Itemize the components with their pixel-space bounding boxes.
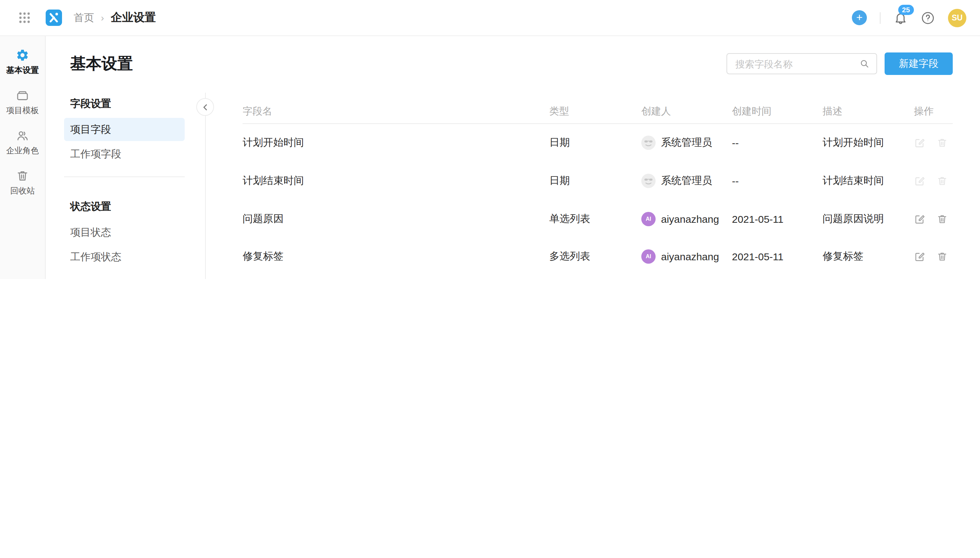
cell-created-date: --: [732, 137, 822, 149]
table-header: 字段名类型创建人创建时间描述操作: [243, 100, 953, 124]
cell-field-name: 修复标签: [243, 250, 549, 263]
sidebar-section: 状态设置项目状态工作项状态: [70, 200, 205, 268]
sidebar-item-项目状态[interactable]: 项目状态: [64, 221, 185, 244]
edit-icon[interactable]: [914, 213, 926, 225]
search-field-box: [727, 53, 877, 74]
cell-actions: [914, 137, 953, 149]
creator-name: aiyanazhang: [661, 213, 719, 225]
nav-item-项目模板[interactable]: 项目模板: [0, 87, 45, 118]
page-title: 基本设置: [70, 53, 205, 74]
breadcrumb-home[interactable]: 首页: [74, 11, 94, 24]
cell-description: 计划结束时间: [822, 174, 914, 187]
main-content: 新建字段 字段名类型创建人创建时间描述操作 计划开始时间日期系统管理员--计划开…: [205, 36, 980, 279]
delete-icon: [936, 175, 948, 187]
table-row: 计划开始时间日期系统管理员--计划开始时间: [243, 124, 953, 162]
sidebar-item-list: 项目状态工作项状态: [64, 221, 205, 268]
enterprise-settings-page: 首页 › 企业设置 + 25 SU: [0, 0, 980, 279]
cell-created-date: 2021-05-11: [732, 251, 822, 263]
cell-creator: 系统管理员: [641, 174, 732, 188]
cell-actions: [914, 213, 953, 225]
people-icon: [16, 129, 29, 143]
cell-actions: [914, 175, 953, 187]
cell-field-type: 日期: [549, 136, 641, 149]
sidebar-item-工作项状态[interactable]: 工作项状态: [64, 245, 185, 268]
nav-item-回收站[interactable]: 回收站: [0, 167, 45, 199]
creator-avatar: AI: [641, 212, 656, 226]
column-header-描述: 描述: [822, 105, 914, 118]
system-avatar-icon: [641, 174, 656, 188]
notification-count-badge: 25: [898, 5, 914, 15]
delete-icon[interactable]: [936, 251, 948, 263]
edit-icon[interactable]: [914, 251, 926, 263]
system-avatar-icon: [641, 136, 656, 150]
page-body: 基本设置项目模板企业角色回收站 基本设置 字段设置项目字段工作项字段状态设置项目…: [0, 36, 980, 279]
sidebar-section: 字段设置项目字段工作项字段: [70, 97, 205, 166]
cell-field-name: 计划开始时间: [243, 136, 549, 149]
cell-field-type: 单选列表: [549, 212, 641, 225]
breadcrumb-current: 企业设置: [111, 10, 156, 25]
create-button[interactable]: +: [852, 10, 867, 25]
creator-name: 系统管理员: [661, 136, 712, 149]
cell-field-name: 计划结束时间: [243, 174, 549, 187]
search-icon[interactable]: [859, 59, 870, 69]
settings-sidebar: 基本设置 字段设置项目字段工作项字段状态设置项目状态工作项状态角色设置项目角色类…: [46, 36, 205, 279]
sidebar-sections: 字段设置项目字段工作项字段状态设置项目状态工作项状态角色设置项目角色类型设置需求…: [70, 97, 205, 279]
cell-created-date: --: [732, 175, 822, 187]
trash-icon: [16, 169, 29, 182]
template-icon: [16, 89, 29, 102]
cell-description: 问题原因说明: [822, 212, 914, 225]
app-logo-icon[interactable]: [46, 10, 62, 26]
top-bar: 首页 › 企业设置 + 25 SU: [0, 0, 980, 36]
breadcrumb-separator-icon: ›: [101, 12, 104, 23]
creator-name: aiyanazhang: [661, 251, 719, 263]
sidebar-collapse-button[interactable]: [196, 98, 214, 116]
column-header-字段名: 字段名: [243, 105, 549, 118]
sidebar-item-工作项字段[interactable]: 工作项字段: [64, 143, 185, 166]
section-divider: [64, 176, 185, 177]
cell-description: 计划开始时间: [822, 136, 914, 149]
sidebar-item-list: 项目字段工作项字段: [64, 118, 205, 166]
nav-item-label: 回收站: [10, 185, 35, 197]
cell-field-type: 多选列表: [549, 250, 641, 263]
edit-icon: [914, 175, 926, 187]
creator-name: 系统管理员: [661, 174, 712, 187]
nav-item-label: 企业角色: [6, 145, 39, 157]
user-avatar[interactable]: SU: [948, 8, 966, 27]
column-header-类型: 类型: [549, 105, 641, 118]
edit-icon: [914, 137, 926, 149]
column-header-创建人: 创建人: [641, 105, 732, 118]
creator-avatar: AI: [641, 250, 656, 264]
table-row: 问题原因单选列表AIaiyanazhang2021-05-11问题原因说明: [243, 200, 953, 238]
cell-creator: AIaiyanazhang: [641, 212, 732, 226]
cell-creator: AIaiyanazhang: [641, 250, 732, 264]
gear-icon: [16, 48, 29, 62]
cell-creator: 系统管理员: [641, 136, 732, 150]
nav-item-基本设置[interactable]: 基本设置: [0, 46, 45, 78]
primary-nav: 基本设置项目模板企业角色回收站: [0, 36, 46, 279]
breadcrumb: 首页 › 企业设置: [74, 10, 156, 25]
table-row: 修复标签多选列表AIaiyanazhang2021-05-11修复标签: [243, 238, 953, 276]
cell-description: 修复标签: [822, 250, 914, 263]
sidebar-section-title: 字段设置: [70, 97, 205, 110]
sidebar-item-项目字段[interactable]: 项目字段: [64, 118, 185, 141]
help-icon[interactable]: [921, 11, 935, 25]
cell-actions: [914, 251, 953, 263]
delete-icon[interactable]: [936, 213, 948, 225]
app-launcher-icon[interactable]: [18, 11, 31, 24]
search-input[interactable]: [734, 57, 859, 70]
nav-item-企业角色[interactable]: 企业角色: [0, 127, 45, 159]
new-field-button[interactable]: 新建字段: [885, 53, 953, 75]
cell-field-name: 问题原因: [243, 212, 549, 225]
fields-table: 字段名类型创建人创建时间描述操作 计划开始时间日期系统管理员--计划开始时间计划…: [243, 100, 953, 279]
column-header-操作: 操作: [914, 105, 953, 118]
notifications-bell-icon[interactable]: 25: [893, 11, 908, 25]
topbar-actions: + 25 SU: [852, 8, 966, 27]
table-row: dd多选列表文蕾赵文蕾2021-05-13: [243, 276, 953, 279]
sidebar-section-title: 状态设置: [70, 200, 205, 213]
cell-field-type: 日期: [549, 174, 641, 187]
topbar-divider: [880, 12, 880, 23]
table-toolbar: 新建字段: [727, 53, 953, 75]
nav-item-label: 基本设置: [6, 65, 39, 76]
table-row: 计划结束时间日期系统管理员--计划结束时间: [243, 162, 953, 200]
column-header-创建时间: 创建时间: [732, 105, 822, 118]
